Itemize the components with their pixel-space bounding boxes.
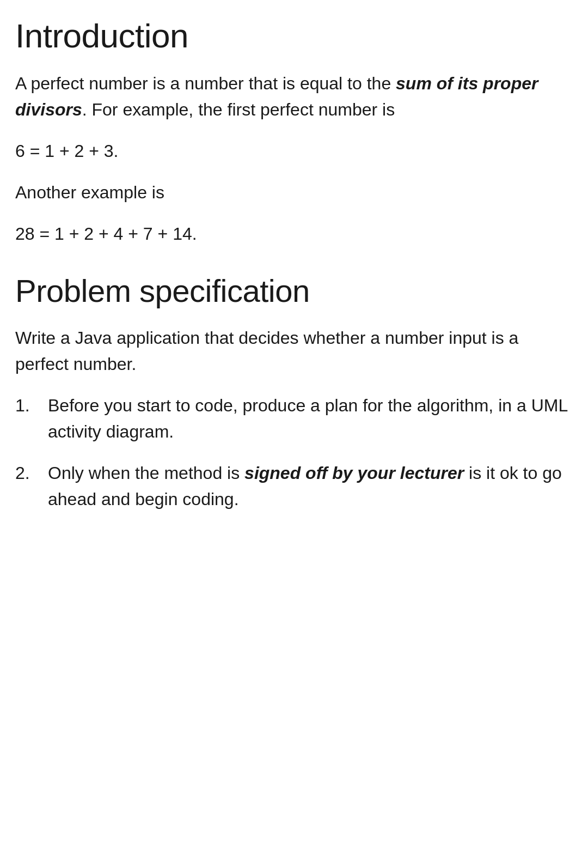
bold-italic-signed-off: signed off by your lecturer [244,463,464,483]
another-example-text: Another example is [15,179,573,205]
list-2-text-pre: Only when the method is [48,463,244,483]
intro-paragraph: A perfect number is a number that is equ… [15,70,573,123]
page-title: Introduction [15,16,573,55]
list-number-1: 1. [15,392,48,445]
list-content-1: Before you start to code, produce a plan… [48,392,573,445]
equation-1: 6 = 1 + 2 + 3. [15,138,573,164]
list-number-2: 2. [15,460,48,512]
equation-2: 28 = 1 + 2 + 4 + 7 + 14. [15,221,573,247]
intro-text-end: . For example, the first perfect number … [82,100,395,119]
problem-paragraph: Write a Java application that decides wh… [15,325,573,377]
problem-title: Problem specification [15,273,573,309]
list-item-1: 1. Before you start to code, produce a p… [15,392,573,445]
intro-text-start: A perfect number is a number that is equ… [15,74,396,93]
list-content-2: Only when the method is signed off by yo… [48,460,573,512]
list-item-2: 2. Only when the method is signed off by… [15,460,573,512]
